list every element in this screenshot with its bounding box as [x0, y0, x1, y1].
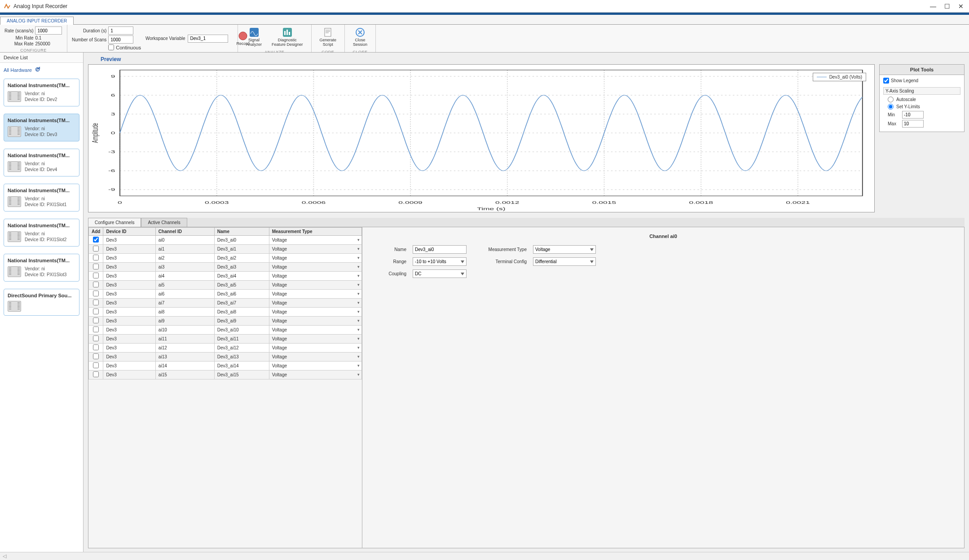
cell-device: Dev3	[103, 308, 155, 317]
table-row[interactable]: Dev3 ai3 Dev3_ai3 Voltage	[89, 263, 362, 272]
cd-coupling-select[interactable]: DC	[413, 269, 467, 278]
device-card[interactable]: National Instruments(TM... Vendor: niDev…	[4, 79, 79, 106]
col-meas[interactable]: Measurement Type	[269, 228, 361, 236]
chart-legend: Dev3_ai0 (Volts)	[813, 73, 866, 81]
cell-meas[interactable]: Voltage	[269, 353, 361, 362]
cell-device: Dev3	[103, 326, 155, 335]
device-card[interactable]: National Instruments(TM... Vendor: niDev…	[4, 184, 79, 212]
col-channel[interactable]: Channel ID	[155, 228, 214, 236]
add-channel-checkbox[interactable]	[93, 246, 99, 251]
add-channel-checkbox[interactable]	[93, 344, 99, 350]
close-button[interactable]: ✕	[958, 3, 964, 10]
svg-text:6: 6	[111, 93, 115, 97]
table-row[interactable]: Dev3 ai6 Dev3_ai6 Voltage	[89, 290, 362, 299]
device-card[interactable]: DirectSound Primary Sou...	[4, 289, 79, 316]
cell-meas[interactable]: Voltage	[269, 299, 361, 308]
all-hardware-link[interactable]: All Hardware	[4, 66, 79, 73]
cell-meas[interactable]: Voltage	[269, 335, 361, 344]
table-row[interactable]: Dev3 ai12 Dev3_ai12 Voltage	[89, 344, 362, 353]
add-channel-checkbox[interactable]	[93, 255, 99, 260]
cd-meas-select[interactable]: Voltage	[533, 245, 596, 254]
ymin-input[interactable]	[902, 111, 924, 119]
col-add[interactable]: Add	[89, 228, 103, 236]
table-row[interactable]: Dev3 ai2 Dev3_ai2 Voltage	[89, 254, 362, 263]
cell-meas[interactable]: Voltage	[269, 290, 361, 299]
channel-table-scroll[interactable]: Add Device ID Channel ID Name Measuremen…	[88, 227, 362, 548]
table-row[interactable]: Dev3 ai7 Dev3_ai7 Voltage	[89, 299, 362, 308]
add-channel-checkbox[interactable]	[93, 353, 99, 359]
cell-meas[interactable]: Voltage	[269, 272, 361, 281]
cd-term-select[interactable]: Differential	[533, 257, 596, 266]
close-session-button[interactable]: Close Session	[349, 26, 371, 48]
cell-name: Dev3_ai6	[214, 290, 269, 299]
cell-channel: ai2	[155, 254, 214, 263]
add-channel-checkbox[interactable]	[93, 326, 99, 332]
device-card[interactable]: National Instruments(TM... Vendor: niDev…	[4, 254, 79, 282]
setylim-radio[interactable]: Set Y-Limits	[888, 104, 960, 110]
table-row[interactable]: Dev3 ai14 Dev3_ai14 Voltage	[89, 362, 362, 370]
device-icon	[8, 91, 21, 102]
show-legend-checkbox[interactable]: Show Legend	[883, 78, 918, 84]
add-channel-checkbox[interactable]	[93, 273, 99, 278]
rate-input[interactable]	[35, 26, 62, 35]
cell-meas[interactable]: Voltage	[269, 308, 361, 317]
duration-input[interactable]	[108, 26, 133, 35]
cell-meas[interactable]: Voltage	[269, 236, 361, 245]
col-device[interactable]: Device ID	[103, 228, 155, 236]
cell-meas[interactable]: Voltage	[269, 362, 361, 370]
cell-meas[interactable]: Voltage	[269, 281, 361, 290]
cell-meas[interactable]: Voltage	[269, 263, 361, 272]
cell-meas[interactable]: Voltage	[269, 326, 361, 335]
table-row[interactable]: Dev3 ai0 Dev3_ai0 Voltage	[89, 236, 362, 245]
add-channel-checkbox[interactable]	[93, 300, 99, 305]
cell-meas[interactable]: Voltage	[269, 245, 361, 254]
table-row[interactable]: Dev3 ai9 Dev3_ai9 Voltage	[89, 317, 362, 326]
dfd-button[interactable]: Diagnostic Feature Designer	[268, 26, 307, 48]
table-row[interactable]: Dev3 ai1 Dev3_ai1 Voltage	[89, 245, 362, 254]
tab-active-channels[interactable]: Active Channels	[141, 218, 187, 227]
generate-script-button[interactable]: Generate Script	[316, 26, 340, 48]
document-tab[interactable]: ANALOG INPUT RECORDER	[0, 17, 74, 25]
table-row[interactable]: Dev3 ai11 Dev3_ai11 Voltage	[89, 335, 362, 344]
signal-analyzer-button[interactable]: Signal Analyzer	[242, 26, 265, 48]
cell-meas[interactable]: Voltage	[269, 254, 361, 263]
refresh-icon[interactable]	[35, 66, 40, 73]
table-row[interactable]: Dev3 ai4 Dev3_ai4 Voltage	[89, 272, 362, 281]
minimize-button[interactable]: —	[930, 3, 936, 10]
add-channel-checkbox[interactable]	[93, 309, 99, 314]
device-card[interactable]: National Instruments(TM... Vendor: niDev…	[4, 219, 79, 247]
table-row[interactable]: Dev3 ai5 Dev3_ai5 Voltage	[89, 281, 362, 290]
table-row[interactable]: Dev3 ai8 Dev3_ai8 Voltage	[89, 308, 362, 317]
device-card[interactable]: National Instruments(TM... Vendor: niDev…	[4, 114, 79, 141]
cell-meas[interactable]: Voltage	[269, 370, 361, 379]
svg-text:Time (s): Time (s)	[477, 206, 505, 211]
wsvar-input[interactable]	[188, 35, 228, 43]
cd-range-select[interactable]: -10 to +10 Volts	[413, 257, 467, 266]
add-channel-checkbox[interactable]	[93, 282, 99, 287]
continuous-checkbox[interactable]: Continuous	[108, 44, 141, 50]
maximize-button[interactable]: ☐	[944, 3, 950, 10]
add-channel-checkbox[interactable]	[93, 291, 99, 296]
scans-input[interactable]	[108, 35, 133, 44]
add-channel-checkbox[interactable]	[93, 362, 99, 368]
col-name[interactable]: Name	[214, 228, 269, 236]
add-channel-checkbox[interactable]	[93, 335, 99, 341]
minrate-label: Min Rate	[4, 35, 33, 40]
cell-meas[interactable]: Voltage	[269, 317, 361, 326]
cd-name-input[interactable]	[413, 245, 467, 254]
autoscale-radio[interactable]: Autoscale	[888, 97, 960, 102]
ymax-input[interactable]	[902, 120, 924, 128]
add-channel-checkbox[interactable]	[93, 317, 99, 323]
add-channel-checkbox[interactable]	[93, 237, 99, 243]
cell-meas[interactable]: Voltage	[269, 344, 361, 353]
tab-configure-channels[interactable]: Configure Channels	[88, 218, 141, 227]
table-row[interactable]: Dev3 ai10 Dev3_ai10 Voltage	[89, 326, 362, 335]
preview-chart[interactable]: 00.00030.00060.00090.00120.00150.00180.0…	[88, 64, 875, 212]
table-row[interactable]: Dev3 ai15 Dev3_ai15 Voltage	[89, 370, 362, 379]
device-card[interactable]: National Instruments(TM... Vendor: niDev…	[4, 149, 79, 176]
statusbar-collapse-icon[interactable]: ◁	[3, 553, 6, 559]
add-channel-checkbox[interactable]	[93, 264, 99, 269]
add-channel-checkbox[interactable]	[93, 371, 99, 377]
svg-rect-4	[284, 31, 286, 35]
table-row[interactable]: Dev3 ai13 Dev3_ai13 Voltage	[89, 353, 362, 362]
